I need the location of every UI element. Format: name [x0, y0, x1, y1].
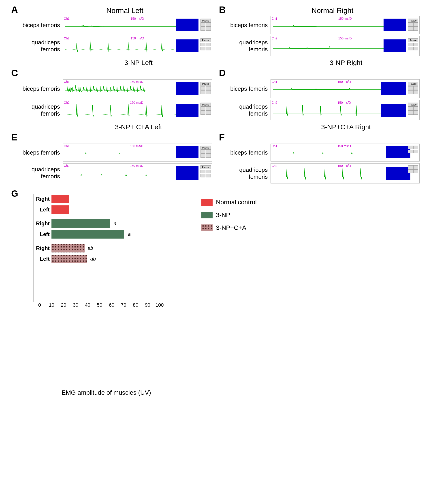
pause-btn-c1[interactable]: Pause — [200, 82, 211, 86]
heading-e-text: 3-NP+ C+A Left — [115, 123, 162, 131]
muscle-label-d1: biceps femoris — [219, 85, 270, 92]
stat-npa-left: ab — [90, 256, 96, 262]
muscle-block-b1: biceps femoris Ch1 150 ms/D Pause — [219, 16, 420, 34]
bar-row-npa-left: Left ab — [34, 254, 179, 264]
y-axis-line — [34, 194, 34, 302]
label-f: F — [219, 132, 225, 143]
muscle-label-c1: biceps femoris — [11, 85, 63, 92]
muscle-label-c2: quadriceps femoris — [11, 103, 63, 117]
pause-btn-a2[interactable]: Pause — [200, 38, 211, 42]
emg-box-b2: Ch2 150 ms/D Pause — [270, 36, 420, 56]
emg-box-b1: Ch1 150 ms/D Pause — [270, 16, 420, 34]
muscle-block-f2: quadriceps femoris Ch2 150 ms/D — [219, 163, 420, 183]
ch-label-a2: Ch2 — [64, 36, 69, 40]
ui-buttons-d1: Pause — [408, 82, 418, 94]
bar-fill-nc-right — [52, 195, 69, 203]
chart-legend: Normal control 3-NP 3-NP+C+A — [201, 190, 257, 396]
x-axis-ticks: 0 10 20 30 40 50 60 70 80 90 100 — [34, 302, 165, 308]
pause-btn-d1[interactable]: Pause — [408, 82, 418, 86]
emg-box-f1: Ch1 150 ms/D — [270, 144, 420, 162]
ui-buttons-b1: Pause — [408, 18, 418, 31]
pause-btn-b1[interactable]: Pause — [408, 18, 418, 23]
bar-label-nc-right: Right — [34, 196, 52, 202]
bar-row-nc-left: Left — [34, 205, 179, 214]
bar-label-np-left: Left — [34, 231, 52, 237]
blue-box-d2 — [381, 104, 406, 117]
label-e: E — [11, 132, 17, 143]
ms-label-c2: 150 ms/D — [130, 101, 143, 104]
small-btn-a2c — [200, 47, 205, 50]
pause-btn-d2[interactable]: Pause — [408, 103, 418, 107]
ui-buttons-e1: Pause — [200, 146, 211, 158]
panel-a: A Normal Left biceps femoris Ch1 150 ms/… — [9, 4, 216, 58]
small-btn-a2d — [206, 47, 211, 50]
pause-btn-e1[interactable]: Pause — [200, 146, 211, 150]
ui-buttons-c2: Pause — [200, 103, 211, 115]
heading-f-text: 3-NP+C+A Right — [321, 123, 371, 131]
ui-buttons-a2: Pause — [200, 38, 211, 50]
blue-box-e2 — [176, 166, 199, 180]
legend-swatch-npa — [201, 225, 213, 231]
legend-label-np: 3-NP — [216, 211, 230, 219]
ch-label-c1: Ch1 — [64, 80, 69, 83]
legend-swatch-nc — [201, 199, 213, 206]
ms-label-b2: 150 ms/D — [338, 36, 352, 40]
ch-label-b1: Ch1 — [272, 17, 277, 20]
blue-box-e1 — [176, 146, 199, 158]
x-tick-80: 80 — [130, 302, 142, 308]
heading-e: 3-NP+ C+A Left — [9, 123, 216, 131]
ui-buttons-b2: Pause — [408, 38, 418, 50]
x-tick-40: 40 — [82, 302, 94, 308]
heading-d: 3-NP Right — [216, 59, 424, 67]
ch-label-c2: Ch2 — [64, 101, 69, 104]
small-btn-a1c — [200, 27, 205, 31]
chart-section: G Right Left Right — [9, 190, 424, 396]
blue-box-f2 — [386, 167, 410, 180]
muscle-block-d2: quadriceps femoris Ch2 150 ms/D Pause — [219, 100, 420, 120]
muscle-label-b1: biceps femoris — [219, 22, 270, 29]
muscle-label-b2: quadriceps femoris — [219, 39, 270, 53]
muscle-label-d2: quadriceps femoris — [219, 103, 270, 117]
bar-label-np-right: Right — [34, 220, 52, 227]
small-btn-a2a — [200, 43, 205, 46]
muscle-block-b2: quadriceps femoris Ch2 150 ms/D Pause — [219, 36, 420, 56]
bar-fill-nc-left — [52, 205, 69, 214]
legend-item-nc: Normal control — [201, 199, 257, 206]
bar-label-npa-right: Right — [34, 245, 52, 251]
muscle-block-c2: quadriceps femoris Ch2 150 ms/D — [11, 100, 212, 120]
pause-btn-c2[interactable]: Pause — [200, 103, 211, 107]
pause-btn-b2[interactable]: Pause — [408, 38, 418, 42]
emg-box-e1: Ch1 150 ms/D Pause — [63, 144, 212, 162]
x-tick-70: 70 — [117, 302, 130, 308]
muscle-block-f1: biceps femoris Ch1 150 ms/D — [219, 144, 420, 162]
bar-row-nc-right: Right — [34, 194, 179, 204]
muscle-label-f2: quadriceps femoris — [219, 166, 270, 180]
muscle-block-a1: biceps femoris Ch1 150 ms/D Pause — [11, 16, 212, 34]
heading-c-text: 3-NP Left — [124, 59, 153, 66]
small-btn-a1a — [200, 23, 205, 27]
heading-c: 3-NP Left — [9, 59, 216, 67]
label-a: A — [11, 4, 18, 15]
muscle-label-e2: quadriceps femoris — [11, 166, 63, 180]
blue-box-b2 — [383, 39, 406, 52]
pause-btn-e2[interactable]: Pause — [200, 165, 211, 169]
emg-box-a2: Ch2 150 ms/D Paus — [63, 36, 212, 56]
ch-label-b2: Ch2 — [272, 36, 277, 40]
small-btn-a1b — [206, 23, 211, 27]
ch-label-a1: Ch1 — [64, 17, 69, 20]
legend-swatch-np — [201, 212, 213, 218]
label-b: B — [219, 4, 226, 15]
pause-btn-a1[interactable]: Pause — [200, 18, 211, 23]
muscle-block-e2: quadriceps femoris Ch2 150 ms/D Pause — [11, 163, 212, 182]
legend-label-nc: Normal control — [216, 199, 257, 206]
main-container: A Normal Left biceps femoris Ch1 150 ms/… — [0, 0, 433, 504]
muscle-block-e1: biceps femoris Ch1 150 ms/D Pause — [11, 144, 212, 162]
ms-label-c1: 150 ms/D — [130, 80, 143, 83]
legend-item-npa: 3-NP+C+A — [201, 224, 257, 231]
emg-box-d1: Ch1 150 ms/D Pause — [270, 79, 420, 98]
emg-box-e2: Ch2 150 ms/D Pause — [63, 163, 212, 182]
section-heading-ef: 3-NP+ C+A Left 3-NP+C+A Right — [9, 123, 424, 131]
legend-label-npa: 3-NP+C+A — [216, 224, 246, 231]
heading-f: 3-NP+C+A Right — [216, 123, 424, 131]
emg-box-a1: Ch1 150 ms/D Pause — [63, 16, 212, 34]
